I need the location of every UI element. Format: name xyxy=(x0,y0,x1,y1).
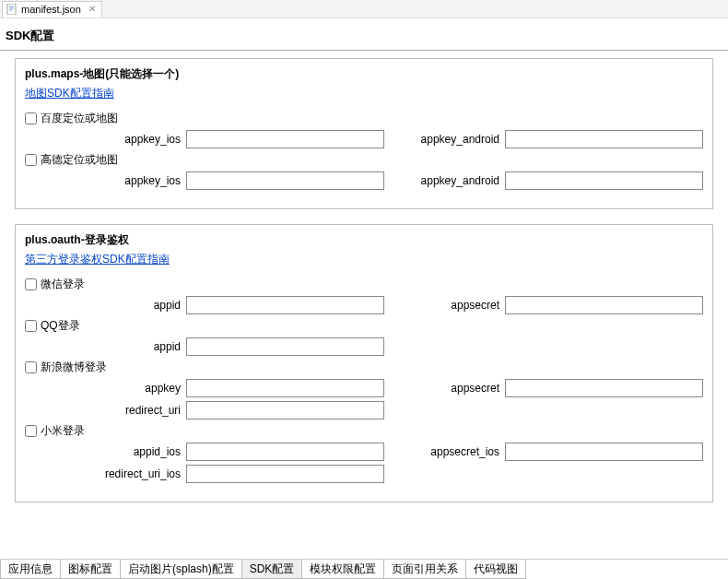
title-separator xyxy=(0,50,728,51)
amap-appkey-android-label: appkey_android xyxy=(413,174,505,187)
xiaomi-appid-ios-label: appid_ios xyxy=(25,445,186,458)
amap-appkey-ios-label: appkey_ios xyxy=(25,174,186,187)
qq-appid-label: appid xyxy=(25,340,186,353)
content-area: plus.maps-地图(只能选择一个) 地图SDK配置指南 百度定位或地图 a… xyxy=(0,58,728,556)
checkbox-weibo[interactable] xyxy=(25,361,37,373)
checkbox-wechat-row: 微信登录 xyxy=(25,277,703,292)
weibo-appkey-input[interactable] xyxy=(186,379,384,397)
checkbox-amap-row: 高德定位或地图 xyxy=(25,152,703,168)
checkbox-baidu-row: 百度定位或地图 xyxy=(25,111,703,126)
baidu-appkey-ios-input[interactable] xyxy=(186,130,384,148)
bottom-tab-3[interactable]: SDK配置 xyxy=(241,560,303,579)
qq-appid-input[interactable] xyxy=(186,337,384,356)
baidu-appkey-android-label: appkey_android xyxy=(413,133,505,146)
wechat-appid-input[interactable] xyxy=(186,296,384,314)
checkbox-xiaomi-row: 小米登录 xyxy=(25,423,703,439)
checkbox-weibo-label: 新浪微博登录 xyxy=(41,360,107,375)
checkbox-amap-label: 高德定位或地图 xyxy=(41,152,118,168)
checkbox-xiaomi[interactable] xyxy=(25,425,37,437)
bottom-tab-5[interactable]: 页面引用关系 xyxy=(383,560,466,579)
wechat-appid-label: appid xyxy=(25,299,186,312)
svg-rect-0 xyxy=(7,4,16,15)
bottom-tabbar: 应用信息图标配置启动图片(splash)配置SDK配置模块权限配置页面引用关系代… xyxy=(0,559,728,579)
amap-appkey-ios-input[interactable] xyxy=(186,171,384,190)
wechat-appsecret-label: appsecret xyxy=(413,299,505,312)
checkbox-wechat-label: 微信登录 xyxy=(41,277,85,292)
xiaomi-appid-ios-input[interactable] xyxy=(186,443,384,461)
panel-maps-title: plus.maps-地图(只能选择一个) xyxy=(25,66,703,82)
editor-tab-manifest[interactable]: manifest.json ✕ xyxy=(2,1,102,18)
checkbox-weibo-row: 新浪微博登录 xyxy=(25,360,703,375)
json-file-icon xyxy=(6,4,18,15)
weibo-appsecret-label: appsecret xyxy=(413,382,505,395)
bottom-tab-1[interactable]: 图标配置 xyxy=(60,560,121,579)
xiaomi-appsecret-ios-label: appsecret_ios xyxy=(413,445,505,458)
bottom-tab-0[interactable]: 应用信息 xyxy=(0,560,61,579)
editor-tab-label: manifest.json xyxy=(21,4,81,15)
baidu-appkey-android-input[interactable] xyxy=(505,130,703,148)
weibo-appkey-label: appkey xyxy=(25,382,186,395)
panel-oauth: plus.oauth-登录鉴权 第三方登录鉴权SDK配置指南 微信登录 appi… xyxy=(15,224,713,502)
editor-tabbar: manifest.json ✕ xyxy=(0,0,728,18)
bottom-tab-6[interactable]: 代码视图 xyxy=(465,560,526,579)
checkbox-wechat[interactable] xyxy=(25,278,37,290)
page-title: SDK配置 xyxy=(0,18,728,50)
weibo-appsecret-input[interactable] xyxy=(505,379,703,397)
weibo-redirecturi-label: redirect_uri xyxy=(25,404,186,417)
close-tab-icon[interactable]: ✕ xyxy=(88,4,96,14)
amap-appkey-android-input[interactable] xyxy=(505,171,703,190)
bottom-tab-2[interactable]: 启动图片(splash)配置 xyxy=(120,560,242,579)
baidu-appkey-ios-label: appkey_ios xyxy=(25,133,186,146)
checkbox-qq-row: QQ登录 xyxy=(25,318,703,334)
checkbox-xiaomi-label: 小米登录 xyxy=(41,423,85,439)
xiaomi-redirecturi-ios-label: redirect_uri_ios xyxy=(25,467,186,480)
panel-oauth-title: plus.oauth-登录鉴权 xyxy=(25,232,703,248)
panel-maps: plus.maps-地图(只能选择一个) 地图SDK配置指南 百度定位或地图 a… xyxy=(15,58,713,209)
checkbox-qq-label: QQ登录 xyxy=(41,318,80,334)
xiaomi-redirecturi-ios-input[interactable] xyxy=(186,465,384,483)
oauth-guide-link[interactable]: 第三方登录鉴权SDK配置指南 xyxy=(25,252,170,267)
checkbox-amap[interactable] xyxy=(25,154,37,166)
checkbox-qq[interactable] xyxy=(25,320,37,332)
checkbox-baidu[interactable] xyxy=(25,112,37,124)
weibo-redirecturi-input[interactable] xyxy=(186,401,384,419)
checkbox-baidu-label: 百度定位或地图 xyxy=(41,111,118,126)
maps-guide-link[interactable]: 地图SDK配置指南 xyxy=(25,86,114,101)
wechat-appsecret-input[interactable] xyxy=(505,296,703,314)
bottom-tab-4[interactable]: 模块权限配置 xyxy=(301,560,384,579)
xiaomi-appsecret-ios-input[interactable] xyxy=(505,443,703,461)
